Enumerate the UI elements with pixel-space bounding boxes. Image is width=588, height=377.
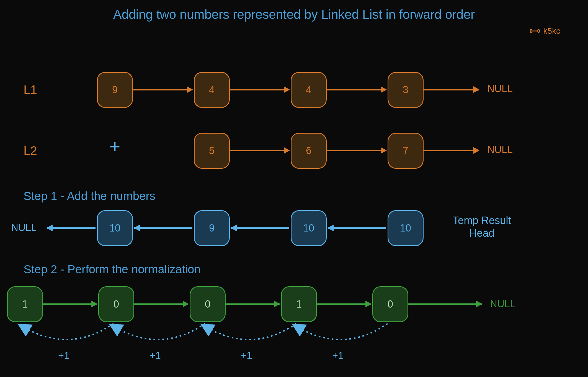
carry-label-0: +1 bbox=[58, 350, 69, 362]
final-node-1: 0 bbox=[98, 286, 134, 322]
l1-arrow-3 bbox=[424, 89, 479, 90]
temp-node-2: 10 bbox=[291, 210, 327, 246]
temp-null: NULL bbox=[11, 222, 37, 233]
carry-label-1: +1 bbox=[149, 350, 161, 362]
step1-label: Step 1 - Add the numbers bbox=[24, 189, 155, 203]
final-arrow-3 bbox=[317, 303, 371, 305]
final-node-2: 0 bbox=[190, 286, 226, 322]
l1-null: NULL bbox=[487, 83, 513, 95]
step2-label: Step 2 - Perform the normalization bbox=[24, 263, 201, 276]
l2-node-2: 7 bbox=[388, 133, 424, 169]
temp-node-0: 10 bbox=[97, 210, 133, 246]
l1-arrow-1 bbox=[230, 89, 289, 90]
final-node-3: 1 bbox=[281, 286, 317, 322]
temp-arrow-null bbox=[47, 227, 96, 229]
l1-label: L1 bbox=[24, 83, 37, 97]
diagram-title: Adding two numbers represented by Linked… bbox=[113, 7, 475, 22]
temp-arrow-2 bbox=[328, 227, 386, 229]
carry-label-2: +1 bbox=[241, 350, 252, 362]
temp-result-head-label: Temp Result Head bbox=[453, 214, 511, 240]
carry-label-3: +1 bbox=[332, 350, 344, 362]
l1-arrow-2 bbox=[327, 89, 386, 90]
l2-arrow-1 bbox=[327, 150, 386, 151]
plus-symbol: + bbox=[109, 136, 120, 157]
l1-node-1: 4 bbox=[194, 72, 230, 108]
final-arrow-1 bbox=[134, 303, 188, 305]
final-node-4: 0 bbox=[372, 286, 408, 322]
l1-node-3: 3 bbox=[388, 72, 424, 108]
temp-node-3: 10 bbox=[388, 210, 424, 246]
temp-arrow-0 bbox=[134, 227, 192, 229]
final-arrow-2 bbox=[226, 303, 280, 305]
final-node-0: 1 bbox=[7, 286, 43, 322]
l2-label: L2 bbox=[24, 144, 37, 158]
final-arrow-0 bbox=[43, 303, 97, 305]
l1-arrow-0 bbox=[133, 89, 192, 90]
l2-node-1: 6 bbox=[291, 133, 327, 169]
l2-arrow-0 bbox=[230, 150, 289, 151]
final-null: NULL bbox=[490, 298, 515, 310]
l2-node-0: 5 bbox=[194, 133, 230, 169]
l1-node-2: 4 bbox=[291, 72, 327, 108]
l2-null: NULL bbox=[487, 144, 513, 155]
final-arrow-4 bbox=[408, 303, 482, 305]
infinity-icon bbox=[529, 27, 540, 35]
brand-text: k5kc bbox=[543, 26, 560, 36]
temp-node-1: 9 bbox=[194, 210, 230, 246]
brand-logo: k5kc bbox=[529, 26, 560, 36]
l2-arrow-2 bbox=[424, 150, 479, 151]
temp-arrow-1 bbox=[231, 227, 289, 229]
l1-node-0: 9 bbox=[97, 72, 133, 108]
